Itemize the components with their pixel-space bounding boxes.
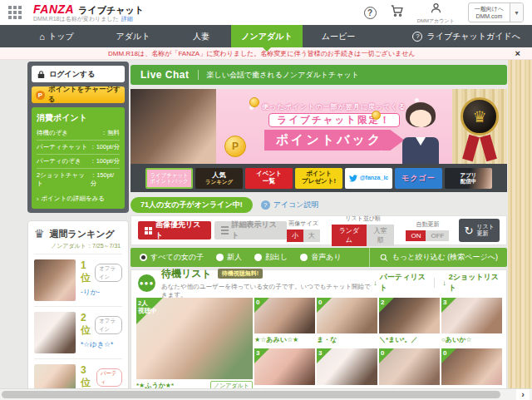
horizontal-scrollbar[interactable]: › bbox=[0, 388, 532, 400]
viewer-count: 0 bbox=[318, 299, 322, 306]
play-icon: › bbox=[37, 195, 39, 203]
detail-list-button[interactable]: 詳細表示リスト bbox=[214, 221, 288, 240]
girl-card[interactable]: 0 ま・な bbox=[317, 298, 377, 346]
ranking-item[interactable]: 1位 オフライン -りか- bbox=[34, 254, 122, 306]
main-navbar: ⌂ トップ アダルト 人妻 ノンアダルト ムービー ? ライブチャットガイドへ bbox=[0, 25, 532, 47]
pointback-campaign-banner[interactable]: 使ったポイントの一部が翌月に戻ってくる ライブチャット限定！ ポイントバック P… bbox=[131, 89, 507, 164]
sort-order-label: リスト並び順 bbox=[332, 215, 394, 223]
size-large-button[interactable]: 大 bbox=[303, 230, 320, 242]
lock-icon bbox=[37, 70, 45, 79]
performer-name[interactable]: *☆ゆき☆* bbox=[81, 340, 122, 350]
girl-photo[interactable]: 0 bbox=[379, 348, 440, 385]
brand-subnotice: DMM.R18は名称が変わりました詳細 bbox=[33, 16, 144, 22]
tile-point-present[interactable]: ポイントプレゼント! bbox=[295, 168, 342, 189]
help-button[interactable]: ? bbox=[364, 7, 377, 19]
coin-icon bbox=[249, 97, 259, 107]
rename-notice-text: DMM.R18は、名称が「FANZA」に変わりました。名称変更に伴う皆様のお手続… bbox=[108, 49, 416, 58]
girl-card[interactable]: 3 ○あいか☆ bbox=[441, 298, 502, 346]
close-icon[interactable]: × bbox=[515, 49, 520, 58]
tab-adult[interactable]: アダルト bbox=[95, 25, 171, 47]
radio-icon[interactable] bbox=[216, 254, 224, 261]
performer-name[interactable]: -りか- bbox=[81, 288, 122, 298]
girl-photo[interactable]: 0 bbox=[317, 298, 377, 333]
girl-card[interactable]: 0 ○めるも* bbox=[379, 348, 440, 391]
party-list-link[interactable]: ↓ パーティリスト bbox=[373, 272, 426, 294]
girl-name[interactable]: ＼*まい*。／ bbox=[379, 335, 418, 344]
radio-icon[interactable] bbox=[300, 254, 308, 261]
girl-name[interactable]: ま・な bbox=[317, 335, 337, 344]
tile-twitter[interactable]: @fanza_lc bbox=[345, 168, 392, 189]
apps-grid-icon[interactable] bbox=[8, 6, 22, 19]
account-button[interactable]: DMMアカウント bbox=[417, 2, 455, 23]
tile-app[interactable]: アプリ配信中 bbox=[445, 168, 492, 189]
filter-bar: すべての女の子 新人 顔出し 音声あり もっと絞り込む (検索ページへ) bbox=[131, 248, 507, 267]
list-icon bbox=[221, 226, 229, 235]
avatar[interactable] bbox=[34, 259, 76, 301]
tile-pointback[interactable]: ライブチャットポイントバック bbox=[145, 168, 193, 189]
girl-photo[interactable]: 2人 視聴中 bbox=[136, 298, 253, 379]
girl-photo[interactable]: 3 bbox=[317, 348, 377, 385]
girl-photo[interactable]: 3 bbox=[254, 348, 315, 385]
viewer-count: 2人 視聴中 bbox=[138, 299, 157, 315]
twoshot-list-link[interactable]: ↓ 2ショットリスト bbox=[442, 272, 500, 294]
icon-help-link[interactable]: ? アイコン説明 bbox=[261, 200, 319, 210]
girl-photo[interactable]: 2 bbox=[379, 298, 440, 333]
points-row: 2ショットチャット：150pt/分 bbox=[37, 168, 120, 190]
tile-event-list[interactable]: イベント一覧 bbox=[245, 168, 293, 189]
charge-points-button[interactable]: P ポイントをチャージする bbox=[32, 86, 125, 103]
points-detail-link[interactable]: › ポイントの詳細をみる bbox=[37, 195, 120, 203]
livechat-guide-link[interactable]: ? ライブチャットガイドへ bbox=[412, 25, 520, 47]
girl-card[interactable]: 3 ゆき☆+ bbox=[254, 348, 315, 391]
brand-block[interactable]: FANZA ライブチャット DMM.R18は名称が変わりました詳細 bbox=[33, 3, 144, 22]
viewer-count: 0 bbox=[381, 349, 384, 357]
list-refresh-button[interactable]: ↻ リスト 更新 bbox=[459, 219, 500, 242]
order-random-button[interactable]: ランダム bbox=[332, 225, 367, 246]
general-site-switch[interactable]: 一般向けへ DMM.com ▾ bbox=[468, 2, 524, 22]
scrollbar-thumb[interactable] bbox=[2, 391, 500, 398]
tab-top[interactable]: ⌂ トップ bbox=[18, 25, 95, 47]
consume-points-box: 消費ポイント 待機のぞき：無料 パーティチャット：100pt/分 パーティのぞき… bbox=[32, 107, 125, 209]
scroll-right-arrow[interactable]: › bbox=[516, 389, 530, 400]
auto-off-button[interactable]: OFF bbox=[426, 230, 449, 241]
tile-popularity-ranking[interactable]: 人気ランキング bbox=[195, 168, 243, 189]
filter-all-girls[interactable]: すべての女の子 bbox=[140, 252, 204, 263]
tile-mokugo[interactable]: モクゴー bbox=[395, 168, 442, 189]
girl-card[interactable]: 0 ★☆あみい☆★ bbox=[254, 298, 315, 346]
card-column: 0 ま・な 3 *ミア*。 bbox=[317, 298, 377, 390]
girl-card[interactable]: 3 *ミア*。 bbox=[317, 348, 377, 391]
tab-wife[interactable]: 人妻 bbox=[171, 25, 231, 47]
waiting-list-description: あなたや他のユーザーを待っている女の子です。いつでもチャット開始できます。 bbox=[161, 283, 373, 299]
size-small-button[interactable]: 小 bbox=[287, 230, 303, 242]
tab-movie[interactable]: ムービー bbox=[303, 25, 374, 47]
cart-button[interactable] bbox=[390, 4, 404, 21]
chevron-down-icon[interactable]: ▾ bbox=[510, 3, 523, 22]
question-icon: ? bbox=[412, 32, 422, 42]
filter-newcomer[interactable]: 新人 bbox=[216, 252, 242, 263]
card-column: 2 ＼*まい*。／ 0 ○めるも* bbox=[379, 298, 440, 390]
radio-selected-icon[interactable] bbox=[140, 254, 147, 261]
status-badge: オフライン bbox=[95, 264, 122, 282]
filter-voice[interactable]: 音声あり bbox=[300, 252, 341, 263]
filter-face-shown[interactable]: 顔出し bbox=[254, 252, 288, 263]
girl-card-featured[interactable]: 2人 視聴中 *★ふうか★* ノンアダルト bbox=[136, 298, 253, 390]
image-list-button[interactable]: 画像優先リスト bbox=[138, 221, 211, 240]
girl-card[interactable]: 0 +*さより*- bbox=[441, 348, 502, 391]
girl-photo[interactable]: 3 bbox=[441, 298, 502, 333]
more-filters-link[interactable]: もっと絞り込む (検索ページへ) bbox=[369, 248, 498, 267]
avatar[interactable] bbox=[34, 312, 76, 353]
girl-photo[interactable]: 0 bbox=[254, 298, 315, 333]
auto-on-button[interactable]: ON bbox=[406, 230, 426, 241]
tab-nonadult-active[interactable]: ノンアダルト bbox=[231, 25, 303, 47]
girl-card[interactable]: 2 ＼*まい*。／ bbox=[379, 298, 440, 346]
girl-photo[interactable]: 0 bbox=[441, 348, 502, 385]
detail-link[interactable]: 詳細 bbox=[121, 16, 133, 22]
girl-name[interactable]: ★☆あみい☆★ bbox=[254, 335, 298, 344]
girl-name[interactable]: ○あいか☆ bbox=[441, 335, 472, 344]
ranking-item[interactable]: 2位 オフライン *☆ゆき☆* bbox=[34, 306, 122, 358]
login-button[interactable]: ログインする bbox=[32, 66, 125, 82]
viewer-count: 3 bbox=[318, 349, 322, 357]
radio-icon[interactable] bbox=[254, 254, 262, 261]
fanza-logo[interactable]: FANZA bbox=[33, 3, 74, 16]
twitter-bird-icon bbox=[349, 175, 357, 182]
order-entry-button[interactable]: 入室順 bbox=[367, 225, 395, 246]
